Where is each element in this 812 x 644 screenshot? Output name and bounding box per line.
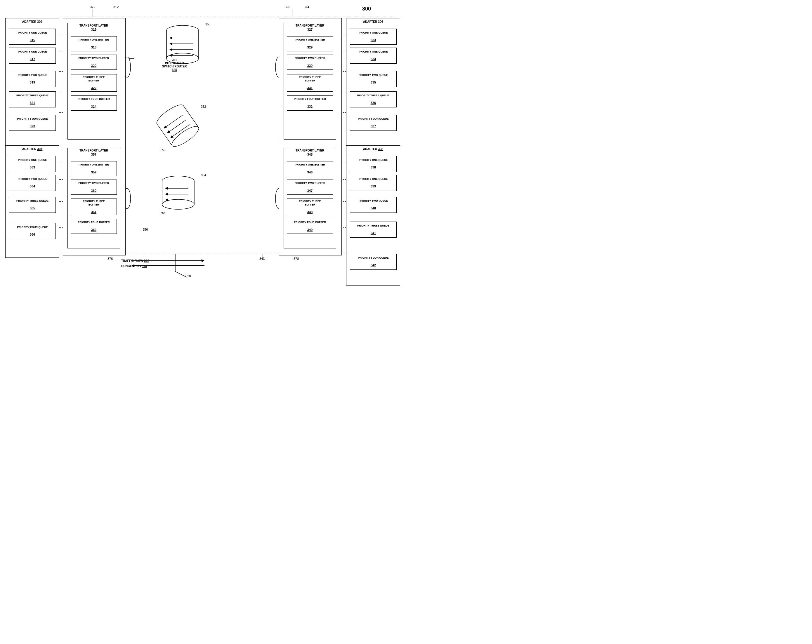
- ref-353: 353: [161, 149, 166, 152]
- adapter-302-label: ADAPTER 302: [6, 18, 59, 24]
- queue-336: PRIORITY THREE QUEUE336: [350, 91, 397, 107]
- buffer-320: PRIORITY TWO BUFFER320: [71, 55, 117, 70]
- congestion-label: CONGESTION 370: [121, 264, 147, 268]
- buffer-361: PRIORITY THREEBUFFER361: [71, 198, 117, 215]
- adapter-308-box: ADAPTER 308 PRIORITY ONE QUEUE338 PRIORI…: [346, 145, 400, 286]
- router-bot: 354 355: [158, 175, 198, 210]
- buffer-348: PRIORITY THREEBUFFER348: [287, 198, 333, 215]
- adapter-304-label: ADAPTER 304: [6, 146, 59, 152]
- queue-323: PRIORITY FOUR QUEUE323: [9, 115, 56, 131]
- ref-310: 310: [185, 274, 191, 278]
- queue-338: PRIORITY ONE QUEUE338: [350, 156, 397, 172]
- buffer-322: PRIORITY THREEBUFFER322: [71, 74, 117, 92]
- transport-345-box: TRANSPORT LAYER345 PRIORITY ONE BUFFER34…: [284, 148, 336, 248]
- svg-marker-29: [201, 259, 205, 262]
- transport-327-box: TRANSPORT LAYER327 PRIORITY ONE BUFFER32…: [284, 23, 336, 140]
- adapter-306-box: ADAPTER 306 PRIORITY ONE QUEUE333 PRIORI…: [346, 18, 400, 146]
- buffer-330: PRIORITY TWO BUFFER330: [287, 55, 333, 70]
- ref-354: 354: [201, 174, 206, 177]
- adapter-302-box: ADAPTER 302 PRIORITY ONE QUEUE315 PRIORI…: [5, 18, 59, 146]
- adapter-308-label: ADAPTER 308: [346, 146, 400, 152]
- queue-340: PRIORITY TWO QUEUE340: [350, 197, 397, 213]
- buffer-324: PRIORITY FOUR BUFFER324: [71, 96, 117, 111]
- transport-357-label: TRANSPORT LAYER357: [68, 148, 120, 157]
- adapter-304-box: ADAPTER 304 PRIORITY ONE QUEUE363 PRIORI…: [5, 145, 59, 258]
- buffer-346: PRIORITY ONE BUFFER346: [287, 161, 333, 176]
- queue-321: PRIORITY THREE QUEUE321: [9, 91, 56, 107]
- transport-345-label: TRANSPORT LAYER345: [284, 148, 336, 157]
- buffer-360: PRIORITY TWO BUFFER360: [71, 180, 117, 195]
- queue-337: PRIORITY FOUR QUEUE337: [350, 115, 397, 131]
- diagram: 300 —— ADAPTER 302 PRIORITY ONE QUEUE315…: [0, 0, 406, 322]
- svg-line-33: [175, 271, 187, 277]
- buffer-331: PRIORITY THREEBUFFER331: [287, 74, 333, 92]
- queue-317: PRIORITY ONE QUEUE317: [9, 47, 56, 64]
- title-arrow: ——: [357, 3, 364, 6]
- traffic-flow-label: TRAFFIC FLOW 368: [121, 259, 149, 262]
- transport-316-box: TRANSPORT LAYER316 PRIORITY ONE BUFFER31…: [67, 23, 120, 140]
- queue-333: PRIORITY ONE QUEUE333: [350, 29, 397, 45]
- ref-355: 355: [161, 212, 166, 215]
- ref-374: 374: [304, 5, 309, 9]
- bridge-358-box: BRIDGE ELEMENT358 TRANSPORT LAYER357 PRI…: [63, 143, 125, 256]
- queue-366: PRIORITY FOUR QUEUE366: [9, 223, 56, 239]
- ref-372: 372: [90, 5, 95, 9]
- buffer-349: PRIORITY FOUR BUFFER349: [287, 219, 333, 234]
- queue-334: PRIORITY ONE QUEUE334: [350, 47, 397, 64]
- queue-342: PRIORITY FOUR QUEUE342: [350, 254, 397, 270]
- bridge-328-box: BRIDGEELEMENT328 TRANSPORT LAYER327 PRIO…: [279, 18, 342, 146]
- buffer-329: PRIORITY ONE BUFFER329: [287, 36, 333, 52]
- transport-316-label: TRANSPORT LAYER316: [68, 23, 120, 32]
- ref-326: 326: [285, 5, 290, 9]
- queue-319: PRIORITY TWO QUEUE319: [9, 71, 56, 87]
- queue-363: PRIORITY ONE QUEUE363: [9, 156, 56, 172]
- bridge-314-box: BRIDGE ELEMENT314 TRANSPORT LAYER316 PRI…: [63, 18, 125, 146]
- ref-378: 378: [293, 257, 299, 260]
- ref-352: 352: [201, 105, 206, 108]
- queue-365: PRIORITY THREE QUEUE365: [9, 197, 56, 213]
- transport-327-label: TRANSPORT LAYER327: [284, 23, 336, 32]
- ref-350: 350: [205, 23, 210, 26]
- buffer-347: PRIORITY TWO BUFFER347: [287, 180, 333, 195]
- queue-341: PRIORITY THREE QUEUE341: [350, 222, 397, 238]
- ref-356: 356: [142, 228, 148, 231]
- ref-376: 376: [107, 257, 113, 260]
- main-title: 300: [362, 6, 371, 12]
- buffer-318: PRIORITY ONE BUFFER318: [71, 36, 117, 52]
- queue-339: PRIORITY ONE QUEUE339: [350, 175, 397, 191]
- bridge-344-box: BRIDGEELEMENT344 TRANSPORT LAYER345 PRIO…: [279, 143, 342, 256]
- buffer-359: PRIORITY ONE BUFFER359: [71, 161, 117, 176]
- queue-335: PRIORITY TWO QUEUE335: [350, 71, 397, 87]
- diagram-svg: [0, 0, 406, 322]
- router-label: 351 INTEGRATEDSWITCH ROUTER 325: [162, 58, 187, 72]
- adapter-306-label: ADAPTER 306: [346, 18, 400, 24]
- queue-315: PRIORITY ONE QUEUE315: [9, 29, 56, 45]
- ref-312: 312: [113, 5, 119, 9]
- transport-357-box: TRANSPORT LAYER357 PRIORITY ONE BUFFER35…: [67, 148, 120, 248]
- queue-364: PRIORITY TWO QUEUE364: [9, 175, 56, 191]
- buffer-362: PRIORITY FOUR BUFFER362: [71, 219, 117, 234]
- buffer-332: PRIORITY FOUR BUFFER332: [287, 96, 333, 111]
- ref-343: 343: [259, 257, 265, 260]
- router-mid: 352 353: [158, 105, 198, 148]
